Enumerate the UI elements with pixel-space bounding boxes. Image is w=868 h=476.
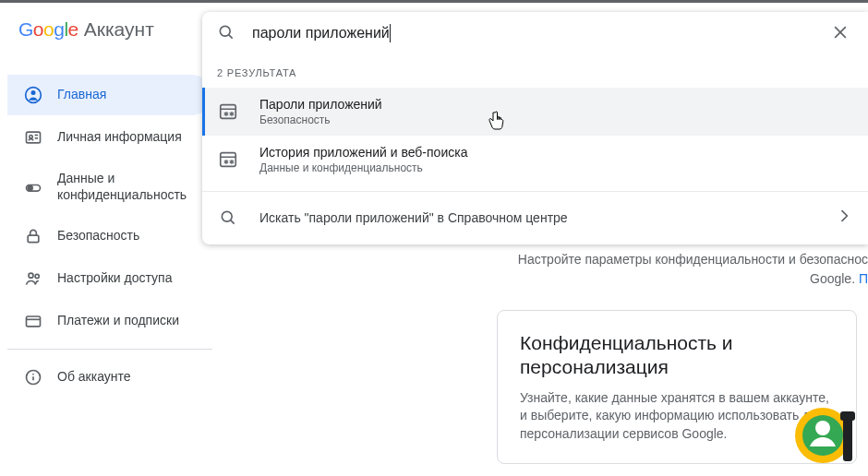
svg-rect-32 xyxy=(840,411,855,421)
sidebar-item-label: Безопасность xyxy=(57,228,139,244)
svg-point-1 xyxy=(31,90,36,95)
divider xyxy=(7,349,212,350)
result-text: История приложений и веб-поиска Данные и… xyxy=(259,145,853,174)
svg-rect-11 xyxy=(27,316,41,327)
account-label: Аккаунт xyxy=(84,18,154,41)
card-description: Узнайте, какие данные хранятся в вашем а… xyxy=(520,389,834,444)
search-icon xyxy=(217,208,239,227)
privacy-card[interactable]: Конфиденциальность и персонализация Узна… xyxy=(497,310,857,464)
user-circle-icon xyxy=(24,86,42,104)
sidebar-item-home[interactable]: Главная xyxy=(7,75,212,115)
sidebar-item-label: Данные и конфиденциальность xyxy=(57,171,201,203)
result-title: Пароли приложений xyxy=(259,97,853,112)
sidebar-item-sharing[interactable]: Настройки доступа xyxy=(7,258,212,299)
svg-point-30 xyxy=(815,421,830,435)
toggle-icon xyxy=(24,178,42,196)
search-input[interactable]: пароли приложений xyxy=(252,24,827,42)
result-title: История приложений и веб-поиска xyxy=(259,145,853,160)
card-title: Конфиденциальность и персонализация xyxy=(520,331,834,380)
svg-line-17 xyxy=(229,34,233,38)
sidebar-item-data-privacy[interactable]: Данные и конфиденциальность xyxy=(7,160,212,214)
svg-point-7 xyxy=(28,185,32,190)
sidebar-item-label: Главная xyxy=(57,87,106,103)
sidebar-item-label: Об аккаунте xyxy=(57,369,131,386)
svg-text:✱✱: ✱✱ xyxy=(223,158,235,166)
sidebar: Главная Личная информация Данные и конфи… xyxy=(0,75,212,399)
result-subtitle: Безопасность xyxy=(259,113,853,126)
background-description: Настройте параметры конфиденциальности и… xyxy=(506,250,868,289)
svg-rect-2 xyxy=(27,132,41,143)
lock-icon xyxy=(24,227,42,245)
search-row: пароли приложений xyxy=(202,12,868,54)
svg-point-3 xyxy=(30,136,32,138)
svg-rect-8 xyxy=(28,235,39,242)
google-logo: Google xyxy=(18,18,78,41)
id-card-icon xyxy=(24,128,42,147)
help-text: Искать "пароли приложений" в Справочном … xyxy=(259,210,814,225)
svg-text:✱✱: ✱✱ xyxy=(223,110,235,118)
search-help-center[interactable]: Искать "пароли приложений" в Справочном … xyxy=(202,192,868,244)
search-result-app-passwords[interactable]: ✱✱ Пароли приложений Безопасность xyxy=(202,88,868,136)
sidebar-item-payments[interactable]: Платежи и подписки xyxy=(7,301,212,341)
search-icon xyxy=(217,23,235,44)
info-icon xyxy=(24,368,42,387)
sidebar-item-label: Личная информация xyxy=(57,129,182,146)
sidebar-item-label: Платежи и подписки xyxy=(57,313,179,329)
chevron-right-icon xyxy=(835,207,853,228)
search-result-web-history[interactable]: ✱✱ История приложений и веб-поиска Данны… xyxy=(202,136,868,184)
svg-rect-31 xyxy=(843,415,852,461)
sidebar-item-about[interactable]: Об аккаунте xyxy=(7,357,212,398)
result-subtitle: Данные и конфиденциальность xyxy=(259,161,853,174)
svg-point-15 xyxy=(32,374,34,375)
svg-point-10 xyxy=(35,274,39,278)
privacy-illustration-icon xyxy=(791,399,862,469)
sidebar-item-personal[interactable]: Личная информация xyxy=(7,117,212,158)
results-count: 2 РЕЗУЛЬТАТА xyxy=(202,54,868,88)
svg-line-27 xyxy=(231,220,235,223)
logo-area: Google Аккаунт xyxy=(18,16,154,43)
search-panel: пароли приложений 2 РЕЗУЛЬТАТА ✱✱ Пароли… xyxy=(202,12,868,244)
svg-point-26 xyxy=(222,211,232,221)
people-icon xyxy=(24,269,42,288)
svg-point-16 xyxy=(220,26,230,36)
card-body: Конфиденциальность и персонализация Узна… xyxy=(520,331,834,443)
learn-more-link[interactable]: П xyxy=(859,271,868,286)
asterisk-list-icon: ✱✱ xyxy=(217,101,239,122)
asterisk-list-icon: ✱✱ xyxy=(217,149,239,170)
close-icon[interactable] xyxy=(827,19,853,48)
card-icon xyxy=(24,312,42,330)
result-text: Пароли приложений Безопасность xyxy=(259,97,853,126)
sidebar-item-label: Настройки доступа xyxy=(57,270,172,287)
sidebar-item-security[interactable]: Безопасность xyxy=(7,216,212,256)
svg-point-9 xyxy=(29,273,33,278)
